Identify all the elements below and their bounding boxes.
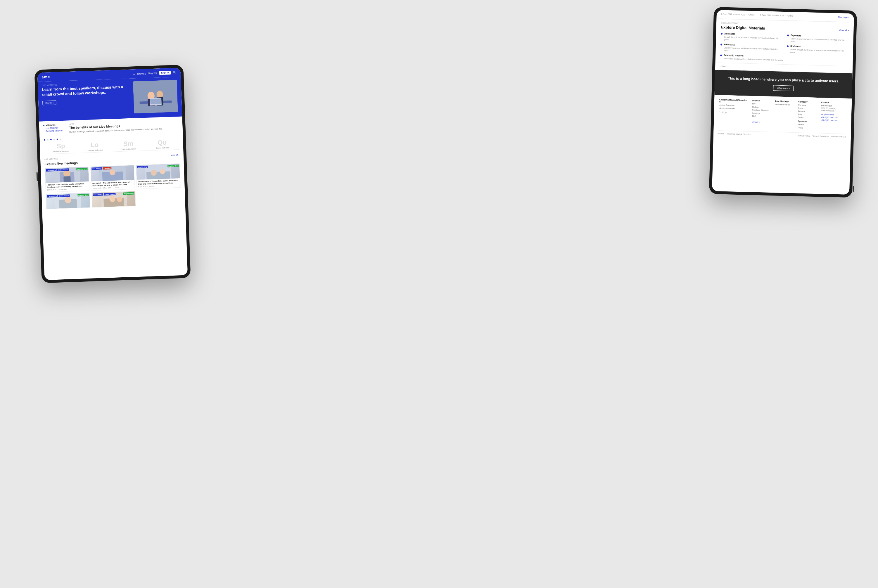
tr-website-link[interactable]: Website by Naom — [831, 136, 846, 138]
tr-material-content-4: Slidesets Search through our archive of … — [790, 45, 848, 55]
tl-dot-5[interactable] — [57, 138, 58, 140]
tr-material-scientific: Scientific Reports Search through our ar… — [720, 54, 848, 63]
tl-dot-6[interactable] — [60, 138, 62, 140]
tl-badge-online-course-1: Online Course — [57, 168, 69, 171]
tl-logo: ame — [42, 75, 50, 79]
tl-feature-quality: Qu Quality materials — [145, 139, 179, 149]
tr-footer-live-online[interactable]: Online Education — [775, 104, 796, 106]
tr-browse-viewall[interactable]: View all > — [752, 121, 760, 123]
social-twitter[interactable]: t — [720, 111, 721, 114]
tl-hero-text: LIVE MEETINGS Learn from the best speake… — [42, 81, 131, 105]
tablet-right: 5 Nov. 2019 – 5 Nov. 2020 → Online 5 Nov… — [709, 7, 857, 198]
tr-footer-legal-links: Privacy Policy Terms & Conditions Websit… — [798, 135, 846, 138]
tl-card-4[interactable]: Live Meeting Online Course Register Now — [46, 193, 90, 209]
tr-footer: Academic Medical Education is: Urology E… — [713, 95, 852, 140]
tr-digital-section: DIGITAL REFERENCE Explore Digital Materi… — [715, 19, 854, 66]
svg-rect-0 — [133, 80, 178, 113]
tl-card-2[interactable]: Live Meeting Cancelled HIN NASH – The ca… — [90, 165, 135, 191]
tr-cta-title: This is a long headline where you can pl… — [720, 76, 848, 84]
tl-card-2-image: Live Meeting Cancelled — [91, 165, 134, 181]
tr-footer-phone1-link[interactable]: +31 (0)30 230 7740 — [821, 116, 837, 118]
tl-dot-4[interactable] — [54, 139, 55, 140]
tl-search-icon[interactable]: 🔍 — [173, 71, 177, 74]
tl-nav-enduring[interactable]: Enduring Materials — [44, 129, 67, 132]
tl-card-2-body: HIN NASH – The card title can be a coupl… — [91, 180, 135, 190]
svg-rect-11 — [63, 176, 71, 182]
tl-badge-live-meeting-1: Live Meeting — [46, 169, 57, 171]
tl-badge-register-3[interactable]: Register Now — [168, 165, 179, 167]
tl-feature-label-1: Renowned speakers — [44, 150, 78, 153]
tr-footer-email-link[interactable]: info@ame.com — [821, 113, 834, 116]
to-top-label[interactable]: ↑ To top — [720, 66, 727, 68]
tr-footer-sponsors-title: Sponsors — [798, 120, 818, 123]
tr-footer-live-title: Live Meetings — [775, 100, 796, 103]
tr-footer-phone2-link[interactable]: +31 (0)30 230 7748 — [821, 119, 837, 122]
tl-card-3[interactable]: Live Meeting Register Now HIN Oncology –… — [136, 164, 181, 189]
tl-hero-image-inner — [133, 80, 178, 113]
tr-material-dot-1 — [721, 33, 722, 34]
hamburger-icon[interactable]: ☰ — [132, 72, 135, 75]
tr-footer-browse-hiv[interactable]: HIV — [752, 103, 773, 106]
social-youtube[interactable]: yt — [725, 111, 727, 114]
tr-footer-contact-address: Biltstraat 1063572 BJ, Utrecht,the Nethe… — [821, 105, 847, 113]
tl-badge-cancelled-2: Cancelled — [103, 167, 111, 170]
tablet-camera-left — [36, 172, 38, 181]
tr-footer-company-careers[interactable]: Careers — [798, 110, 819, 113]
tr-copyright: ©2020 — Academic Medical Education — [718, 133, 751, 136]
tr-footer-company-team[interactable]: Team — [798, 107, 819, 110]
tr-next-page[interactable]: Next page > — [838, 16, 849, 18]
tr-footer-social: f t in yt — [719, 111, 750, 114]
tl-dot-2[interactable] — [47, 139, 48, 140]
tr-footer-company-story[interactable]: Our story — [798, 104, 819, 107]
tl-card-5[interactable]: Live Meeting Online Course Register Now — [92, 191, 136, 208]
tl-badge-live-4: Live Meeting — [47, 195, 58, 198]
tl-card-1[interactable]: Live Meeting Online Course Register Now … — [45, 166, 89, 193]
tr-footer-sponsor-benefits[interactable]: benefits — [798, 124, 818, 126]
tr-footer-company-faq[interactable]: FAQ — [798, 113, 819, 116]
tl-dot-1[interactable] — [44, 139, 45, 141]
tl-meetings-viewall[interactable]: View all ↓ — [171, 154, 179, 156]
tl-cards-row2: Live Meeting Online Course Register Now — [46, 189, 181, 209]
tl-feature-char-4: Qu — [145, 139, 179, 146]
tr-footer-browse-infectious[interactable]: Infectious Diseases — [752, 109, 773, 112]
tl-badge-live-meeting-3: Live Meeting — [137, 166, 148, 168]
tr-cta-button[interactable]: View more > — [773, 85, 794, 91]
tl-card-4-image: Live Meeting Online Course Register Now — [46, 193, 90, 209]
tr-footer-col-live: Live Meetings Online Education — [774, 100, 796, 130]
tr-privacy-link[interactable]: Privacy Policy — [798, 135, 810, 137]
tablet-right-screen: 5 Nov. 2019 – 5 Nov. 2020 → Online 5 Nov… — [712, 10, 854, 195]
tl-hero-cta-button[interactable]: View all ↓ — [42, 100, 56, 105]
tr-terms-link[interactable]: Terms & Conditions — [812, 135, 829, 137]
tl-dot-3[interactable] — [50, 139, 52, 140]
tr-material-content-5: Scientific Reports Search through our ar… — [724, 54, 783, 62]
tr-footer-company-contact[interactable]: Contact — [798, 116, 819, 119]
tl-badge-online-5: Online Course — [104, 193, 116, 195]
tl-badge-register-1[interactable]: Register Now — [76, 168, 87, 170]
tr-footer-browse-oncology[interactable]: Oncology — [752, 112, 773, 115]
tr-footer-ame-item-2[interactable]: Infectious Diseases — [719, 107, 750, 110]
tr-footer-browse-urology[interactable]: Urology — [752, 106, 773, 109]
tr-footer-browse-tbc[interactable]: TBC — [752, 115, 773, 118]
tl-card-5-image: Live Meeting Online Course Register Now — [92, 191, 136, 207]
tr-materials-grid: Abstracts Search through our archive of … — [720, 32, 849, 63]
tr-digital-viewall[interactable]: View all > — [839, 29, 849, 32]
social-linkedin[interactable]: in — [722, 111, 724, 114]
tl-feature-speakers: Sp Renowned speakers — [44, 142, 78, 153]
tl-register[interactable]: Register — [148, 72, 157, 75]
tr-footer-ame-item-1[interactable]: Urology Education — [719, 104, 750, 107]
tl-meetings-section: LIVE MEETINGS View all ↓ Explore live me… — [41, 150, 185, 213]
tr-footer-sponsor-types[interactable]: Types — [798, 126, 818, 129]
tl-signin[interactable]: Sign in — [159, 71, 171, 75]
tl-nav-benefits[interactable]: ● Benefits — [43, 123, 67, 126]
tablet-left: ame ☰ Browse Register Sign in 🔍 LIVE MEE… — [34, 64, 191, 283]
tl-card-1-body: HIN NASH – The card title can be a coupl… — [46, 182, 89, 192]
tl-main-content: INTRO The benefits of our Live Meetings … — [69, 120, 179, 134]
tr-footer-col-company: Company Our story Team Careers FAQ Conta… — [798, 101, 819, 130]
tl-nav-live-meetings[interactable]: Live Meetings — [43, 126, 67, 129]
tl-badge-live-meeting-2: Live Meeting — [92, 167, 102, 170]
tablet-button-right — [852, 186, 854, 192]
tr-material-slidesets: Slidesets Search through our archive of … — [786, 45, 848, 55]
social-facebook[interactable]: f — [719, 111, 719, 114]
tl-sidebar-nav: ● Benefits Live Meetings Enduring Materi… — [43, 123, 67, 133]
tl-browse[interactable]: Browse — [137, 72, 146, 75]
